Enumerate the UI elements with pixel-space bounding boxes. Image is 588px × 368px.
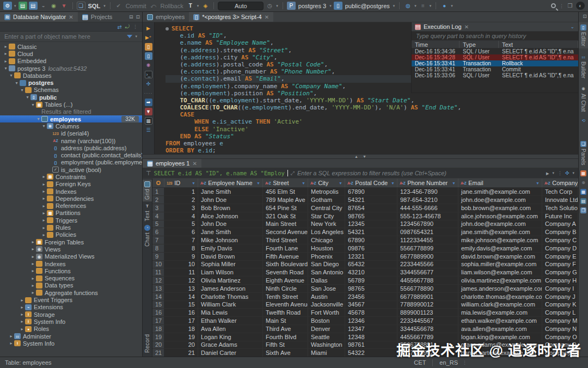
theme-toggle-icon[interactable]: ◐ (576, 2, 585, 10)
tab-employees[interactable]: employees (143, 12, 189, 22)
data-cell[interactable]: 9 (164, 253, 198, 260)
data-cell[interactable]: 12347 (345, 325, 397, 333)
data-cell[interactable]: Company E (542, 253, 578, 260)
row-number-cell[interactable]: 9 (152, 253, 164, 260)
script-doc-icon[interactable]: ▯ (145, 43, 152, 51)
data-cell[interactable]: john.doe@example.com (458, 196, 542, 204)
tree-expand-arrow[interactable]: ▸ (3, 51, 9, 56)
tree-expand-arrow[interactable]: ▸ (41, 182, 47, 187)
data-cell[interactable]: mike.johnson@example.com (458, 236, 542, 244)
data-cell[interactable]: Company H (542, 277, 578, 284)
sort-caret-icon[interactable]: ▼ (452, 181, 456, 185)
tree-item[interactable]: {}address (public.address) (0, 144, 142, 151)
row-number-cell[interactable]: 2 (152, 196, 164, 204)
statusbar-timezone[interactable]: CET (414, 359, 426, 366)
data-cell[interactable]: 3344556678 (397, 325, 458, 333)
data-cell[interactable]: 34567 (345, 301, 397, 309)
data-cell[interactable]: 3 (164, 204, 198, 212)
filter-settings-icon[interactable]: ✣ (565, 170, 569, 176)
execute-script-icon[interactable]: ▶⁺ (145, 34, 152, 41)
data-cell[interactable]: liam.wilson@example.com (458, 268, 542, 276)
data-cell[interactable]: olivia.martinez@example.com (458, 277, 542, 284)
data-cell[interactable]: jane.smith@example.com (458, 188, 542, 195)
compass-icon[interactable]: ◍ (403, 2, 412, 10)
tree-expand-arrow[interactable]: ▸ (41, 196, 47, 201)
close-tab-icon[interactable]: ✕ (265, 14, 269, 20)
column-header-employee-name[interactable]: A·ZEmployee Name▼ (198, 179, 263, 187)
data-cell[interactable]: 23456 (345, 293, 397, 300)
data-cell[interactable]: Seattle (308, 333, 345, 341)
sort-caret-icon[interactable]: ▼ (192, 181, 195, 185)
tree-item[interactable]: Results are filtered (0, 108, 142, 115)
data-cell[interactable]: james.anderson@example.com (458, 285, 542, 292)
tree-expand-arrow[interactable]: ▸ (41, 225, 47, 230)
tree-expand-arrow[interactable]: ▸ (41, 174, 47, 179)
data-cell[interactable]: 54322 (345, 349, 397, 357)
data-cell[interactable]: 56789 (345, 277, 397, 284)
data-cell[interactable]: Chicago (308, 236, 345, 244)
tab-employees-1[interactable]: ▦ employees 1 ✕ (143, 159, 201, 168)
sql-line[interactable]: FROM employees e (166, 140, 578, 147)
data-cell[interactable]: 444-555-6666 (397, 204, 458, 212)
data-cell[interactable]: 123-456-7890 (397, 188, 458, 195)
data-cell[interactable]: 987-654-3210 (397, 196, 458, 204)
tree-item[interactable]: ▸Cloud (0, 50, 142, 57)
data-cell[interactable]: charlotte.thomas@example.com (458, 293, 542, 300)
tree-item[interactable]: AZname (varchar(100)) (0, 137, 142, 144)
clock-caret[interactable]: ▾ (276, 4, 278, 8)
tab-database-navigator[interactable]: ≋ Database Navigator ✕ (0, 12, 78, 22)
data-cell[interactable]: 18 (164, 325, 198, 333)
tree-item[interactable]: ▾▯public (0, 94, 142, 101)
data-cell[interactable]: 555-123-45678 (397, 212, 458, 220)
data-cell[interactable]: Central City (308, 204, 345, 212)
column-header-company[interactable]: A·ZCompany▼ (542, 179, 578, 187)
table-row[interactable]: 1313James AndersonNinth CircleSan Jose98… (152, 285, 578, 293)
sql-line[interactable]: END AS "Status" (166, 133, 578, 140)
data-cell[interactable]: Company I (542, 285, 578, 292)
data-cell[interactable]: 67890 (345, 188, 397, 195)
filter-caret[interactable]: ▾ (135, 34, 137, 39)
data-cell[interactable]: 1 (164, 188, 198, 195)
log-row[interactable]: Dec-16 15:34:28SQL / UserSELECT ¶ e.id A… (412, 54, 578, 60)
data-cell[interactable]: Phoenix (308, 253, 345, 260)
data-cell[interactable]: 16 (164, 309, 198, 316)
expand-filter-icon[interactable]: ⤢ (291, 170, 295, 176)
data-cell[interactable]: 5566778899 (397, 244, 458, 252)
data-cell[interactable]: william.clark@example.com (458, 301, 542, 309)
transaction-filter-caret[interactable]: ▾ (197, 4, 199, 8)
data-cell[interactable]: Star City (308, 212, 345, 220)
tree-expand-arrow[interactable]: ▸ (30, 240, 36, 244)
tab-script-4[interactable]: ▯ *<postgres 3> Script-4 ✕ (189, 12, 273, 22)
data-cell[interactable]: Charlotte Thomas (198, 293, 263, 300)
tree-expand-arrow[interactable]: ▸ (8, 334, 14, 339)
tree-expand-arrow[interactable]: ▾ (8, 73, 14, 78)
tree-item[interactable]: ▸Triggers (0, 217, 142, 224)
data-cell[interactable]: 8899001123 (397, 309, 458, 316)
grid-corner-cell[interactable] (152, 179, 164, 187)
tree-expand-arrow[interactable]: ▸ (3, 59, 9, 64)
data-cell[interactable]: 7 (164, 236, 198, 244)
log-search-input[interactable]: Type query part to search in query histo… (416, 33, 526, 39)
data-cell[interactable]: Third Street (263, 236, 308, 244)
table-row[interactable]: 1414Charlotte ThomasTenth StreetAustin23… (152, 293, 578, 301)
data-cell[interactable]: ethan.walker@example.com (458, 317, 542, 324)
data-cell[interactable]: Company B (542, 228, 578, 236)
tree-item[interactable]: ▾postgres 3localhost:5432 (0, 65, 142, 72)
data-cell[interactable]: New York (308, 220, 345, 228)
log-col-text[interactable]: Text (499, 41, 578, 48)
data-cell[interactable]: Washington (308, 341, 345, 349)
tree-item[interactable]: ▸◉Views (0, 246, 142, 253)
tree-item[interactable]: ▾▤Tables (...) (0, 101, 142, 108)
data-cell[interactable]: Innovate Ltd (542, 196, 578, 204)
presentation-tab-chart[interactable]: ◔ Chart (143, 223, 152, 248)
tree-expand-arrow[interactable]: ▾ (14, 81, 20, 85)
tree-expand-arrow[interactable]: ▾ (30, 102, 36, 107)
data-cell[interactable]: bob.brown@example.com (458, 204, 542, 212)
data-cell[interactable]: 67890 (345, 236, 397, 244)
driver-icon[interactable]: ▼ (60, 2, 69, 10)
data-cell[interactable]: 11 (164, 268, 198, 276)
data-cell[interactable]: 321 Oak St (263, 212, 308, 220)
transaction-filter-icon[interactable]: T (186, 2, 195, 10)
tree-expand-arrow[interactable]: ▸ (19, 298, 25, 303)
log-collapse-caret[interactable]: ⌄ (570, 24, 574, 29)
